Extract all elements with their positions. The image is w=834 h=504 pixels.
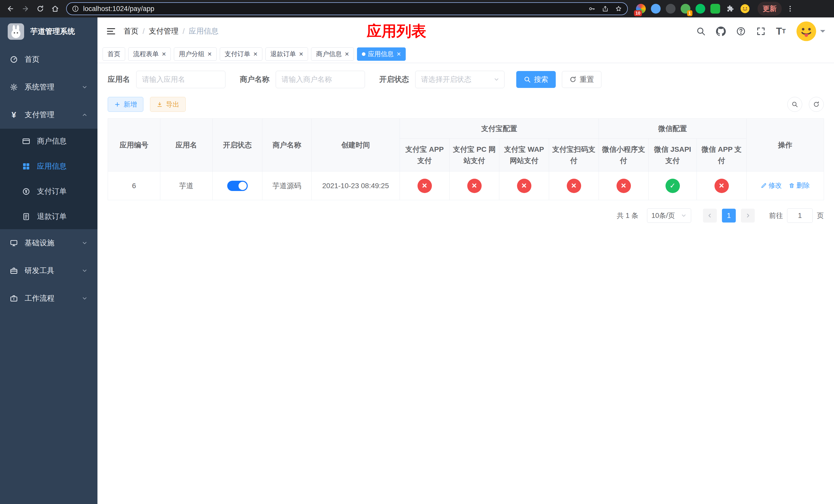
sidebar-item-payment[interactable]: ¥ 支付管理 <box>0 101 97 129</box>
cell-alipay-pc <box>449 171 499 200</box>
tab-close-icon[interactable]: × <box>162 50 166 58</box>
extension-icon-blue[interactable] <box>651 4 661 14</box>
help-button[interactable] <box>736 26 746 36</box>
sidebar-item-dev-tools[interactable]: 研发工具 <box>0 257 97 284</box>
tab-close-icon[interactable]: × <box>397 50 401 58</box>
status-select[interactable]: 请选择开启状态 <box>415 71 504 88</box>
sidebar-item-label: 系统管理 <box>25 82 54 92</box>
extension-icon-colorful[interactable]: 10 <box>636 4 646 14</box>
col-header-app-name: 应用名 <box>160 119 213 171</box>
page-size-select[interactable]: 10条/页 <box>647 208 691 223</box>
top-navbar: 首页 / 支付管理 / 应用信息 应用列表 <box>97 18 834 45</box>
sidebar-item-app-info[interactable]: 应用信息 <box>0 154 97 179</box>
bookmark-star-icon[interactable] <box>615 5 622 12</box>
toggle-search-button[interactable] <box>787 97 802 112</box>
sidebar-item-payment-orders[interactable]: 支付订单 <box>0 179 97 204</box>
url-text: localhost:1024/pay/app <box>83 5 154 13</box>
browser-reload-button[interactable] <box>34 2 47 15</box>
sidebar-item-infrastructure[interactable]: 基础设施 <box>0 229 97 257</box>
sidebar-toggle-button[interactable] <box>106 26 116 36</box>
download-icon <box>156 101 163 108</box>
tab-close-icon[interactable]: × <box>207 50 212 58</box>
tab-label: 用户分组 <box>179 50 204 58</box>
tab-payment-orders[interactable]: 支付订单 × <box>220 47 262 61</box>
browser-forward-button[interactable] <box>19 2 32 15</box>
extension-icon-square-green[interactable] <box>710 4 720 14</box>
user-avatar <box>796 21 816 42</box>
font-size-button[interactable]: TT <box>776 26 786 36</box>
chevron-down-icon <box>82 295 88 301</box>
chevron-left-icon <box>707 212 713 219</box>
page-number-1[interactable]: 1 <box>722 209 736 223</box>
github-link[interactable] <box>716 26 726 36</box>
extension-icon-dark[interactable] <box>666 4 676 14</box>
cell-alipay-qr <box>549 171 599 200</box>
sidebar-item-label: 研发工具 <box>25 266 54 276</box>
tab-label: 流程表单 <box>133 50 159 58</box>
export-button[interactable]: 导出 <box>150 97 186 112</box>
add-button[interactable]: 新增 <box>108 97 144 112</box>
tab-user-group[interactable]: 用户分组 × <box>174 47 216 61</box>
header-search-button[interactable] <box>696 26 706 36</box>
status-switch[interactable] <box>227 181 248 191</box>
extension-icon-wechat[interactable] <box>696 4 705 14</box>
question-icon <box>736 26 746 36</box>
extensions-puzzle-icon[interactable] <box>725 4 735 14</box>
fullscreen-button[interactable] <box>756 26 766 36</box>
delete-button[interactable]: 删除 <box>789 181 810 190</box>
tags-view-bar: 首页 流程表单 × 用户分组 × 支付订单 × 退款订单 × 商户信息 × <box>97 45 834 63</box>
edit-button[interactable]: 修改 <box>761 181 782 190</box>
browser-profile-avatar[interactable] <box>740 4 750 14</box>
password-key-icon[interactable] <box>588 5 595 12</box>
sidebar-item-refund-orders[interactable]: 退款订单 <box>0 204 97 229</box>
search-button[interactable]: 搜索 <box>516 71 556 88</box>
breadcrumb-current: 应用信息 <box>189 26 219 37</box>
tab-close-icon[interactable]: × <box>299 50 303 58</box>
goto-page-input[interactable] <box>787 208 813 223</box>
browser-menu-icon[interactable] <box>784 2 796 15</box>
chevron-up-icon <box>82 112 88 118</box>
breadcrumb-home[interactable]: 首页 <box>124 26 138 37</box>
tab-close-icon[interactable]: × <box>345 50 349 58</box>
app-logo[interactable]: 芋道管理系统 <box>0 18 97 46</box>
extension-icon-green-badge[interactable]: 1 <box>681 4 690 14</box>
tab-process-form[interactable]: 流程表单 × <box>128 47 171 61</box>
browser-home-button[interactable] <box>49 2 62 15</box>
tab-home[interactable]: 首页 <box>103 47 125 61</box>
col-header-merchant: 商户名称 <box>262 119 312 171</box>
app-name-label: 应用名 <box>108 74 130 85</box>
reset-button[interactable]: 重置 <box>562 71 601 88</box>
sidebar-item-home[interactable]: 首页 <box>0 46 97 73</box>
app-name-input[interactable] <box>136 71 225 88</box>
tab-app-info[interactable]: 应用信息 × <box>357 47 406 61</box>
tab-refund-orders[interactable]: 退款订单 × <box>265 47 308 61</box>
breadcrumb-payment[interactable]: 支付管理 <box>149 26 178 37</box>
config-status-icon <box>567 179 581 193</box>
reset-button-label: 重置 <box>579 75 594 84</box>
prev-page-button[interactable] <box>703 209 717 223</box>
share-icon[interactable] <box>602 5 609 12</box>
refresh-table-button[interactable] <box>809 97 824 112</box>
config-status-icon <box>715 179 729 193</box>
merchant-name-input[interactable] <box>276 71 365 88</box>
github-icon <box>716 26 726 36</box>
next-page-button[interactable] <box>741 209 755 223</box>
col-header-wechat-jsapi: 微信 JSAPI 支付 <box>649 139 697 171</box>
url-bar[interactable]: localhost:1024/pay/app <box>66 2 628 15</box>
delete-button-label: 删除 <box>796 181 810 190</box>
cell-alipay-wap <box>499 171 549 200</box>
user-menu[interactable] <box>796 21 825 42</box>
cell-created: 2021-10-23 08:49:25 <box>312 171 400 200</box>
extension-badge: 10 <box>634 10 642 16</box>
chevron-right-icon <box>745 212 751 219</box>
main-area: 首页 / 支付管理 / 应用信息 应用列表 <box>97 18 834 504</box>
tab-close-icon[interactable]: × <box>254 50 258 58</box>
sidebar-item-system[interactable]: 系统管理 <box>0 73 97 101</box>
browser-back-button[interactable] <box>4 2 17 15</box>
col-header-alipay-app: 支付宝 APP 支付 <box>400 139 449 171</box>
site-info-icon[interactable] <box>72 5 79 12</box>
sidebar-item-workflow[interactable]: 工作流程 <box>0 284 97 312</box>
browser-update-button[interactable]: 更新 <box>758 2 782 16</box>
tab-merchant-info[interactable]: 商户信息 × <box>311 47 354 61</box>
sidebar-item-merchant-info[interactable]: 商户信息 <box>0 129 97 154</box>
